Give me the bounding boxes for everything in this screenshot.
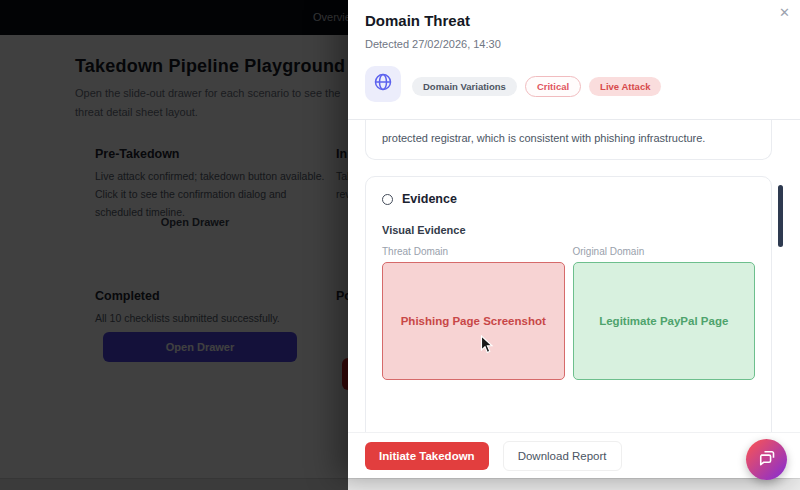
domain-threat-drawer: ✕ Domain Threat Detected 27/02/2026, 14:… [348,0,800,478]
evidence-grid: Threat Domain Phishing Page Screenshot O… [382,246,755,380]
download-report-button[interactable]: Download Report [503,441,622,471]
original-domain-column: Original Domain Legitimate PayPal Page [573,246,756,380]
original-domain-label: Original Domain [573,246,756,257]
badge-live-attack: Live Attack [589,77,661,96]
globe-icon [373,72,393,96]
threat-domain-column: Threat Domain Phishing Page Screenshot [382,246,565,380]
initiate-takedown-button[interactable]: Initiate Takedown [365,442,489,470]
evidence-card: Evidence Visual Evidence Threat Domain P… [365,176,772,432]
analysis-text: protected registrar, which is consistent… [382,132,705,144]
legitimate-page-text: Legitimate PayPal Page [599,315,728,327]
chat-bubbles-icon [757,448,777,471]
visual-evidence-label: Visual Evidence [382,224,755,236]
close-icon[interactable]: ✕ [779,5,790,20]
detected-timestamp: Detected 27/02/2026, 14:30 [365,38,501,50]
threat-domain-label: Threat Domain [382,246,565,257]
badge-row: Domain Variations Critical Live Attack [412,76,661,97]
analysis-card-partial: protected registrar, which is consistent… [365,120,772,160]
phishing-screenshot-placeholder[interactable]: Phishing Page Screenshot [382,262,565,380]
phishing-screenshot-text: Phishing Page Screenshot [401,315,546,327]
drawer-footer: Initiate Takedown Download Report [348,432,800,478]
drawer-scroll-area[interactable]: protected registrar, which is consistent… [348,120,800,432]
threat-type-icon-tile [365,66,401,102]
badge-critical: Critical [525,76,581,97]
drawer-scrollbar-thumb[interactable] [778,185,783,247]
drawer-title: Domain Threat [365,12,470,29]
evidence-header: Evidence [382,192,755,206]
screen: Overview Takedown Pipeline Playground Op… [0,0,800,490]
badge-domain-variations: Domain Variations [412,77,517,96]
evidence-section-icon [382,194,393,205]
chat-fab[interactable] [746,439,787,480]
modal-overlay[interactable] [0,0,348,490]
evidence-title: Evidence [402,192,457,206]
legitimate-page-placeholder[interactable]: Legitimate PayPal Page [573,262,756,380]
